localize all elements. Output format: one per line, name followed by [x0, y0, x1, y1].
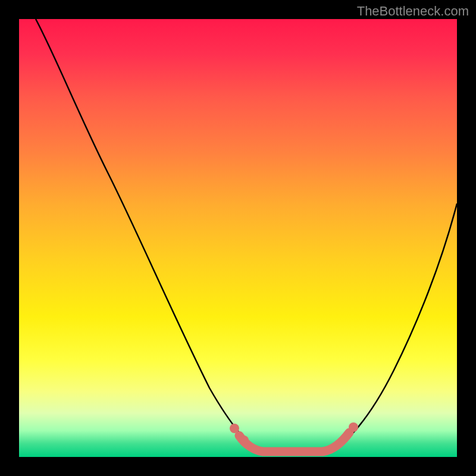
chart-svg: [19, 19, 457, 457]
highlight-dot: [239, 436, 249, 445]
highlight-dot: [230, 424, 239, 433]
right-curve-path: [328, 203, 457, 452]
highlight-segment: [239, 433, 349, 452]
chart-plot-area: [19, 19, 457, 457]
watermark-text: TheBottleneck.com: [357, 4, 469, 19]
highlight-dot: [349, 422, 358, 432]
left-curve-path: [36, 19, 260, 452]
